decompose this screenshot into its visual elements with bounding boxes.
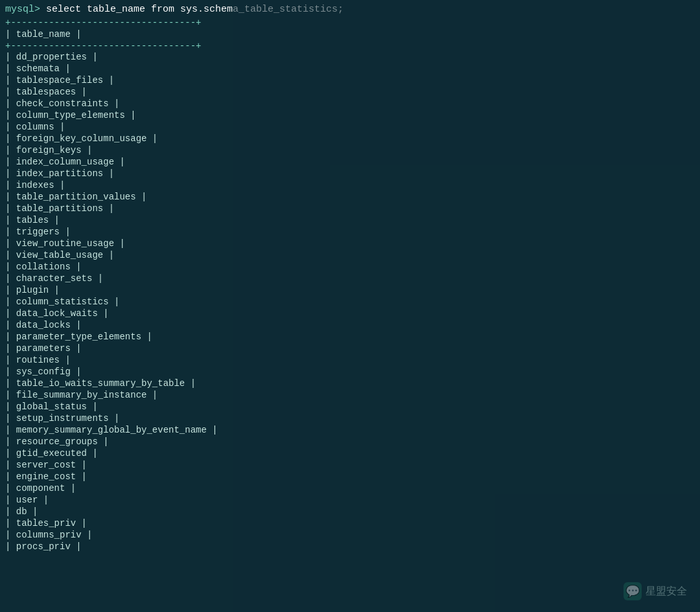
table-row: | data_locks | bbox=[0, 319, 700, 331]
table-row: | user | bbox=[0, 494, 700, 506]
table-row: | index_partitions | bbox=[0, 168, 700, 179]
table-row: | parameter_type_elements | bbox=[0, 331, 700, 343]
watermark-icon: 💬 bbox=[624, 582, 642, 600]
table-row: | db | bbox=[0, 506, 700, 517]
table-row: | global_status | bbox=[0, 401, 700, 413]
table-row: | tables_priv | bbox=[0, 517, 700, 529]
table-row: | view_table_usage | bbox=[0, 249, 700, 261]
table-header: | table_name | bbox=[0, 28, 700, 41]
table-row: | tablespace_files | bbox=[0, 74, 700, 86]
table-row: | column_type_elements | bbox=[0, 109, 700, 121]
table-row: | data_lock_waits | bbox=[0, 308, 700, 319]
table-row: | resource_groups | bbox=[0, 436, 700, 448]
table-row: | parameters | bbox=[0, 343, 700, 354]
table-row: | view_routine_usage | bbox=[0, 238, 700, 249]
table-row: | foreign_keys | bbox=[0, 144, 700, 156]
table-rows: | dd_properties || schemata || tablespac… bbox=[0, 51, 700, 552]
table-row: | plugin | bbox=[0, 284, 700, 296]
table-border-top: +----------------------------------+ bbox=[0, 17, 700, 28]
table-row: | table_io_waits_summary_by_table | bbox=[0, 378, 700, 389]
watermark-text: 星盟安全 bbox=[646, 585, 687, 598]
command-line: mysql> select table_name from sys.schema… bbox=[0, 0, 700, 17]
table-row: | file_summary_by_instance | bbox=[0, 389, 700, 401]
table-row: | schemata | bbox=[0, 63, 700, 74]
table-row: | tables | bbox=[0, 214, 700, 226]
table-row: | engine_cost | bbox=[0, 471, 700, 482]
table-border-mid: +----------------------------------+ bbox=[0, 41, 700, 51]
table-row: | indexes | bbox=[0, 179, 700, 191]
table-row: | routines | bbox=[0, 354, 700, 366]
table-row: | setup_instruments | bbox=[0, 413, 700, 424]
table-row: | check_constraints | bbox=[0, 98, 700, 109]
table-row: | sys_config | bbox=[0, 366, 700, 378]
table-row: | gtid_executed | bbox=[0, 448, 700, 459]
table-row: | server_cost | bbox=[0, 459, 700, 471]
command-text: select table_name from sys.schema_table_… bbox=[46, 4, 344, 15]
table-row: | dd_properties | bbox=[0, 51, 700, 63]
table-row: | tablespaces | bbox=[0, 86, 700, 98]
table-row: | memory_summary_global_by_event_name | bbox=[0, 424, 700, 436]
table-row: | character_sets | bbox=[0, 273, 700, 284]
table-row: | collations | bbox=[0, 261, 700, 273]
table-row: | index_column_usage | bbox=[0, 156, 700, 168]
table-row: | foreign_key_column_usage | bbox=[0, 133, 700, 144]
table-row: | table_partition_values | bbox=[0, 191, 700, 203]
prompt: mysql> bbox=[5, 4, 46, 15]
table-row: | triggers | bbox=[0, 226, 700, 238]
table-row: | columns | bbox=[0, 121, 700, 133]
watermark: 💬 星盟安全 bbox=[624, 582, 687, 600]
table-row: | procs_priv | bbox=[0, 541, 700, 552]
terminal: mysql> select table_name from sys.schema… bbox=[0, 0, 700, 612]
table-row: | table_partitions | bbox=[0, 203, 700, 214]
table-row: | component | bbox=[0, 482, 700, 494]
table-row: | columns_priv | bbox=[0, 529, 700, 541]
table-row: | column_statistics | bbox=[0, 296, 700, 308]
